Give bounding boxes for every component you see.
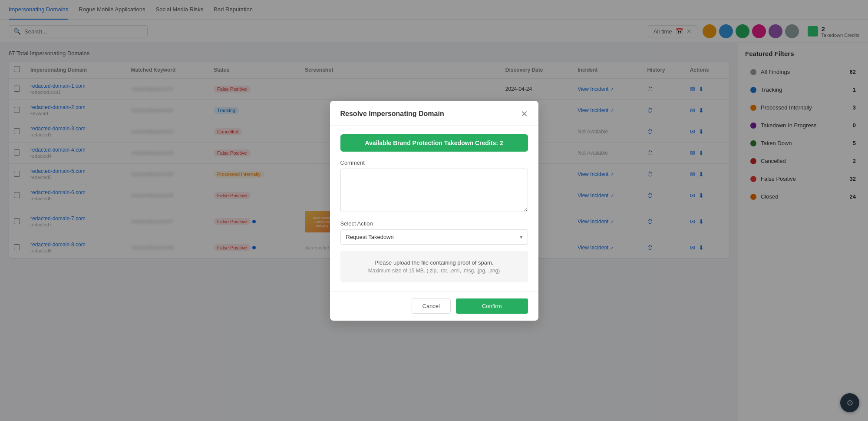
resolve-modal: Resolve Impersonating Domain ✕ Available… bbox=[330, 101, 538, 321]
upload-area[interactable]: Please upload the file containing proof … bbox=[340, 251, 528, 282]
modal-close-button[interactable]: ✕ bbox=[521, 109, 528, 118]
modal-title: Resolve Impersonating Domain bbox=[340, 110, 444, 118]
comment-label: Comment bbox=[340, 159, 528, 166]
confirm-button[interactable]: Confirm bbox=[456, 298, 528, 314]
modal-footer: Cancel Confirm bbox=[330, 291, 538, 321]
comment-textarea[interactable] bbox=[340, 169, 528, 212]
upload-main-text: Please upload the file containing proof … bbox=[349, 259, 519, 266]
modal-overlay[interactable]: Resolve Impersonating Domain ✕ Available… bbox=[0, 0, 868, 421]
cancel-button[interactable]: Cancel bbox=[412, 298, 451, 314]
credits-banner: Available Brand Protection Takedown Cred… bbox=[340, 134, 528, 152]
modal-body: Available Brand Protection Takedown Cred… bbox=[330, 126, 538, 291]
action-select[interactable]: Request Takedown Mark as False Positive … bbox=[340, 229, 528, 245]
upload-sub-text: Maximum size of 15 MB. (.zip, .rar, .eml… bbox=[349, 268, 519, 274]
modal-header: Resolve Impersonating Domain ✕ bbox=[330, 101, 538, 126]
action-select-wrap: Request Takedown Mark as False Positive … bbox=[340, 229, 528, 245]
select-action-label: Select Action bbox=[340, 220, 528, 227]
